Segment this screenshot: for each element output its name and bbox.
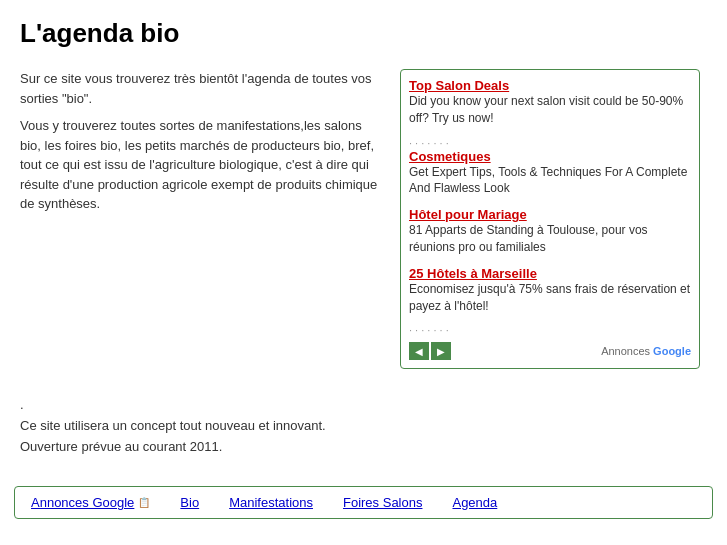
left-content: Sur ce site vous trouverez très bientôt … (20, 69, 380, 369)
ad-title-4[interactable]: 25 Hôtels à Marseille (409, 266, 691, 281)
footer-annonces: Annonces Google 📋 (31, 495, 150, 510)
ad-item-2: Cosmetiques Get Expert Tips, Tools & Tec… (409, 149, 691, 198)
ad-title-3[interactable]: Hôtel pour Mariage (409, 207, 691, 222)
footer-bio-link[interactable]: Bio (180, 495, 199, 510)
ad-item-3: Hôtel pour Mariage 81 Apparts de Standin… (409, 207, 691, 256)
ad-desc-3: 81 Apparts de Standing à Toulouse, pour … (409, 222, 691, 256)
footer-manifestations-link[interactable]: Manifestations (229, 495, 313, 510)
ad-item-1: Top Salon Deals Did you know your next s… (409, 78, 691, 127)
footer-annonces-link[interactable]: Annonces Google (31, 495, 134, 510)
ad-box: Top Salon Deals Did you know your next s… (400, 69, 700, 369)
bottom-para3: Ouverture prévue au courant 2011. (20, 437, 707, 458)
ad-title-1[interactable]: Top Salon Deals (409, 78, 691, 93)
ad-next-button[interactable]: ▶ (431, 342, 451, 360)
ad-item-4: 25 Hôtels à Marseille Economisez jusqu'à… (409, 266, 691, 315)
left-para2: Vous y trouverez toutes sortes de manife… (20, 116, 380, 214)
footer-nav: Annonces Google 📋 Bio Manifestations Foi… (14, 486, 713, 519)
ad-nav: ◀ ▶ (409, 342, 451, 360)
external-link-icon: 📋 (138, 497, 150, 508)
left-para1: Sur ce site vous trouverez très bientôt … (20, 69, 380, 108)
ad-prev-button[interactable]: ◀ (409, 342, 429, 360)
page-title: L'agenda bio (0, 0, 727, 59)
ad-desc-2: Get Expert Tips, Tools & Techniques For … (409, 164, 691, 198)
ad-desc-1: Did you know your next salon visit could… (409, 93, 691, 127)
ad-footer: ◀ ▶ Annonces Google (409, 342, 691, 360)
google-label: Annonces Google (601, 345, 691, 357)
footer-agenda-link[interactable]: Agenda (452, 495, 497, 510)
ad-desc-4: Economisez jusqu'à 75% sans frais de rés… (409, 281, 691, 315)
dots-2: · · · · · · · (409, 324, 691, 336)
ad-title-2[interactable]: Cosmetiques (409, 149, 691, 164)
dots-1: · · · · · · · (409, 137, 691, 149)
bottom-section: . Ce site utilisera un concept tout nouv… (0, 379, 727, 467)
bottom-para2: Ce site utilisera un concept tout nouvea… (20, 416, 707, 437)
bottom-para1: . (20, 395, 707, 416)
footer-foires-salons-link[interactable]: Foires Salons (343, 495, 422, 510)
